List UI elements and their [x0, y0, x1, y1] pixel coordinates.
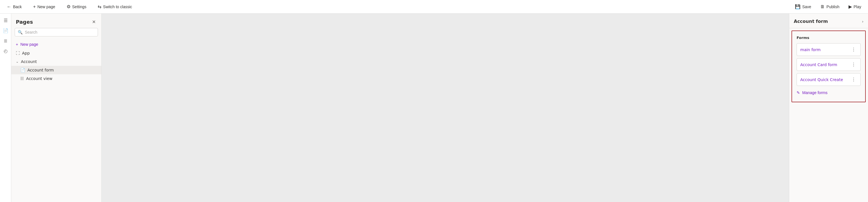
forms-section-label: Forms [797, 36, 861, 40]
search-input[interactable] [25, 30, 95, 34]
back-icon: ← [7, 4, 11, 9]
layers-icon: ≣ [4, 38, 7, 44]
sidebar-item-account-view[interactable]: ☷ Account view [11, 74, 101, 83]
settings-icon: ⚙ [67, 4, 70, 9]
sidebar-plus-icon: + [16, 42, 18, 47]
sidebar-close-button[interactable]: ✕ [91, 18, 97, 26]
right-panel-forms-section: Forms main form ⋮ Account Card form ⋮ Ac… [792, 30, 866, 102]
play-icon: ▶ [848, 4, 852, 9]
publish-label: Publish [827, 4, 839, 9]
hamburger-icon: ☰ [4, 18, 8, 23]
right-panel: Account form › Forms main form ⋮ Account… [789, 13, 868, 202]
sidebar: Pages ✕ 🔍 + New page ⛶ App ⌄ Account 📄 A… [11, 13, 102, 202]
sidebar-header: Pages ✕ [11, 13, 101, 28]
back-label: Back [13, 4, 22, 9]
sidebar-search-container: 🔍 [15, 28, 98, 36]
main-content [102, 13, 789, 202]
search-icon: 🔍 [18, 30, 23, 34]
sidebar-item-app[interactable]: ⛶ App [11, 49, 101, 57]
sidebar-item-account-view-label: Account view [26, 76, 53, 81]
hamburger-button[interactable]: ☰ [1, 16, 10, 25]
right-panel-header: Account form › [789, 13, 868, 28]
form-item-main[interactable]: main form ⋮ [797, 43, 861, 56]
manage-forms-button[interactable]: ✎ Manage forms [797, 88, 861, 97]
form-item-main-menu-button[interactable]: ⋮ [850, 46, 857, 53]
pencil-icon: ✎ [797, 90, 800, 95]
new-page-button[interactable]: + New page [31, 3, 57, 10]
chevron-down-icon: ⌄ [16, 60, 19, 63]
switch-classic-button[interactable]: ⇆ Switch to classic [95, 3, 134, 10]
publish-icon: 🗎 [820, 4, 825, 9]
form-item-quick-create-name: Account Quick Create [800, 78, 843, 82]
back-button[interactable]: ← Back [4, 3, 24, 10]
play-button[interactable]: ▶ Play [846, 3, 864, 10]
form-item-main-name: main form [800, 48, 820, 52]
sidebar-item-account-label: Account [21, 59, 37, 64]
form-item-card-name: Account Card form [800, 62, 837, 67]
layers-button[interactable]: ≣ [1, 36, 10, 45]
save-label: Save [802, 4, 811, 9]
publish-button[interactable]: 🗎 Publish [818, 3, 842, 10]
sidebar-item-account-form[interactable]: 📄 Account form [11, 66, 101, 74]
manage-forms-label: Manage forms [802, 90, 827, 95]
icon-bar: ☰ 📄 ≣ ◴ [0, 13, 11, 202]
app-icon: ⛶ [16, 51, 20, 55]
view-icon: ☷ [20, 76, 24, 81]
form-item-card[interactable]: Account Card form ⋮ [797, 58, 861, 71]
components-button[interactable]: ◴ [1, 46, 10, 55]
sidebar-item-app-label: App [22, 51, 30, 55]
sidebar-item-account-form-label: Account form [27, 68, 54, 72]
sidebar-new-page-button[interactable]: + New page [11, 40, 101, 49]
form-item-quick-create-menu-button[interactable]: ⋮ [850, 76, 857, 83]
save-button[interactable]: 💾 Save [793, 3, 813, 10]
form-item-card-menu-button[interactable]: ⋮ [850, 61, 857, 68]
sidebar-new-page-label: New page [20, 42, 38, 47]
main-layout: ☰ 📄 ≣ ◴ Pages ✕ 🔍 + New page ⛶ App [0, 13, 868, 202]
components-icon: ◴ [4, 48, 8, 54]
sidebar-item-account[interactable]: ⌄ Account [11, 57, 101, 66]
top-bar: ← Back + New page ⚙ Settings ⇆ Switch to… [0, 0, 868, 13]
top-bar-left: ← Back + New page ⚙ Settings ⇆ Switch to… [4, 3, 793, 10]
sidebar-tree: ⛶ App ⌄ Account 📄 Account form ☷ Account… [11, 49, 101, 202]
new-page-label: New page [37, 4, 55, 9]
pages-button[interactable]: 📄 [1, 26, 10, 35]
play-label: Play [854, 4, 861, 9]
form-icon: 📄 [20, 68, 25, 72]
form-item-quick-create[interactable]: Account Quick Create ⋮ [797, 73, 861, 86]
right-panel-chevron-icon[interactable]: › [862, 19, 864, 24]
plus-icon: + [33, 4, 36, 9]
settings-button[interactable]: ⚙ Settings [64, 3, 89, 10]
settings-label: Settings [72, 4, 87, 9]
right-panel-title: Account form [794, 19, 828, 24]
top-bar-right: 💾 Save 🗎 Publish ▶ Play [793, 3, 864, 10]
switch-label: Switch to classic [103, 4, 132, 9]
sidebar-title: Pages [16, 19, 33, 25]
switch-icon: ⇆ [98, 4, 101, 9]
save-icon: 💾 [795, 4, 801, 9]
pages-icon: 📄 [3, 28, 8, 33]
